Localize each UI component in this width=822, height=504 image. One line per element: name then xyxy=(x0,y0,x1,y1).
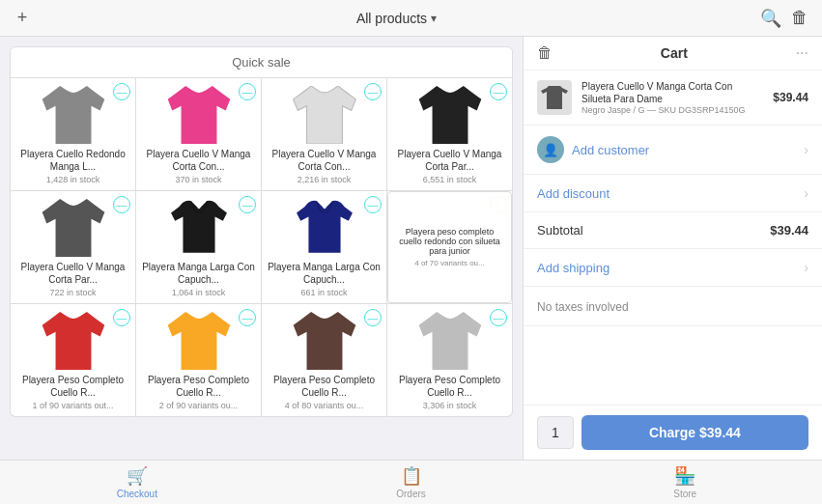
taxes-label: No taxes involved xyxy=(537,300,629,314)
product-stock: 1 of 90 variants out... xyxy=(32,401,113,410)
checkout-nav-label: Checkout xyxy=(117,489,157,499)
product-name: Playera Peso Completo Cuello R... xyxy=(16,374,129,399)
nav-item-orders[interactable]: 📋 Orders xyxy=(274,466,549,498)
product-badge: — xyxy=(364,83,382,100)
top-bar-right: 🔍 🗑 xyxy=(760,8,810,29)
store-nav-icon: 🏪 xyxy=(674,465,695,487)
product-stock: 370 in stock xyxy=(175,175,221,184)
product-badge: — xyxy=(113,196,130,213)
product-card[interactable]: — Playera Manga Larga Con Capuch... 661 … xyxy=(262,191,386,303)
product-card[interactable]: ! Playera peso completo cuello redondo c… xyxy=(387,191,512,303)
product-image xyxy=(416,312,484,370)
cart-trash-btn[interactable]: 🗑 xyxy=(537,44,553,62)
top-bar: + All products ▾ 🔍 🗑 xyxy=(0,0,822,37)
cart-trash-icon[interactable]: 🗑 xyxy=(789,8,810,29)
chevron-down-icon[interactable]: ▾ xyxy=(431,12,437,25)
products-grid: — Playera Cuello Redondo Manga L... 1,42… xyxy=(10,78,513,417)
add-customer-chevron: › xyxy=(804,142,808,157)
quick-sale-header: Quick sale xyxy=(10,46,513,78)
add-discount-chevron: › xyxy=(804,185,808,201)
product-stock: 722 in stock xyxy=(49,288,96,297)
product-name: Playera Peso Completo Cuello R... xyxy=(393,374,506,399)
product-badge: — xyxy=(239,309,256,326)
store-nav-label: Store xyxy=(673,489,696,499)
product-image xyxy=(291,86,358,144)
product-name: Playera Manga Larga Con Capuch... xyxy=(142,261,255,286)
cart-quantity[interactable]: 1 xyxy=(537,416,574,449)
add-discount-row[interactable]: Add discount › xyxy=(524,175,822,212)
cart-item-price: $39.44 xyxy=(773,91,808,104)
product-card[interactable]: — Playera Cuello Redondo Manga L... 1,42… xyxy=(11,78,135,190)
product-badge: — xyxy=(113,83,130,100)
subtotal-row: Subtotal $39.44 xyxy=(524,212,822,249)
add-shipping-row[interactable]: Add shipping › xyxy=(524,249,822,287)
product-stock: 1,064 in stock xyxy=(172,288,226,297)
popup-name: Playera peso completo cuello redondo con… xyxy=(394,227,505,256)
cart-item-thumbnail xyxy=(537,80,572,115)
cart-item: Playera Cuello V Manga Corta Con Silueta… xyxy=(524,70,822,126)
product-name: Playera Peso Completo Cuello R... xyxy=(268,374,381,399)
cart-item-info: Playera Cuello V Manga Corta Con Silueta… xyxy=(581,80,763,115)
product-badge: — xyxy=(239,83,256,100)
cart-header: 🗑 Cart ··· xyxy=(524,37,822,70)
bottom-nav: 🛒 Checkout 📋 Orders 🏪 Store xyxy=(0,460,822,504)
cart-item-sku: Negro Jaspe / G — SKU DG3SRP14150G xyxy=(581,105,763,115)
product-card[interactable]: — Playera Cuello V Manga Corta Par... 6,… xyxy=(387,78,512,190)
product-card[interactable]: — Playera Cuello V Manga Corta Con... 2,… xyxy=(262,78,386,190)
cart-item-name: Playera Cuello V Manga Corta Con Silueta… xyxy=(581,80,763,105)
product-stock: 3,306 in stock xyxy=(423,401,477,410)
add-customer-label: Add customer xyxy=(572,143,649,157)
product-badge: — xyxy=(490,309,507,326)
add-shipping-chevron: › xyxy=(804,260,808,275)
checkout-nav-icon: 🛒 xyxy=(127,465,148,487)
product-name: Playera Cuello V Manga Corta Par... xyxy=(393,148,506,173)
product-card[interactable]: — Playera Peso Completo Cuello R... 3,30… xyxy=(387,304,512,416)
charge-button[interactable]: Charge $39.44 xyxy=(581,415,808,450)
product-popup: Playera peso completo cuello redondo con… xyxy=(387,191,512,303)
product-image xyxy=(291,312,358,370)
products-title: All products xyxy=(356,11,427,26)
cart-more-btn[interactable]: ··· xyxy=(796,44,808,62)
product-stock: 2 of 90 variants ou... xyxy=(159,401,239,410)
product-image xyxy=(291,199,358,257)
product-image xyxy=(40,199,107,257)
taxes-row: No taxes involved xyxy=(524,287,822,326)
popup-variants: 4 of 70 variants ou... xyxy=(414,259,485,267)
orders-nav-icon: 📋 xyxy=(401,465,422,487)
orders-nav-label: Orders xyxy=(396,489,426,499)
nav-item-store[interactable]: 🏪 Store xyxy=(548,466,822,498)
left-panel: Quick sale — Playera Cuello Redondo Mang… xyxy=(0,37,523,460)
add-customer-icon: 👤 xyxy=(537,136,564,163)
subtotal-value: $39.44 xyxy=(770,223,808,238)
subtotal-label: Subtotal xyxy=(537,223,583,238)
quick-sale-label: Quick sale xyxy=(232,55,291,70)
product-stock: 661 in stock xyxy=(300,288,347,297)
search-icon[interactable]: 🔍 xyxy=(760,8,781,29)
product-badge: — xyxy=(113,309,130,326)
product-name: Playera Cuello V Manga Corta Con... xyxy=(268,148,381,173)
product-card[interactable]: — Playera Peso Completo Cuello R... 2 of… xyxy=(136,304,261,416)
add-shipping-label: Add shipping xyxy=(537,261,609,275)
nav-item-checkout[interactable]: 🛒 Checkout xyxy=(0,466,274,498)
product-name: Playera Cuello V Manga Corta Con... xyxy=(142,148,255,173)
add-icon[interactable]: + xyxy=(12,8,33,29)
product-name: Playera Manga Larga Con Capuch... xyxy=(268,261,381,286)
product-card[interactable]: — Playera Cuello V Manga Corta Con... 37… xyxy=(136,78,261,190)
product-image xyxy=(40,86,107,144)
product-name: Playera Cuello Redondo Manga L... xyxy=(16,148,129,173)
product-card[interactable]: — Playera Cuello V Manga Corta Par... 72… xyxy=(11,191,135,303)
cart-title: Cart xyxy=(553,45,796,61)
product-image xyxy=(165,199,233,257)
product-stock: 6,551 in stock xyxy=(423,175,477,184)
product-image xyxy=(165,312,233,370)
add-customer-row[interactable]: 👤 Add customer › xyxy=(524,126,822,175)
add-discount-label: Add discount xyxy=(537,186,609,201)
product-badge: — xyxy=(364,196,382,213)
product-card[interactable]: — Playera Manga Larga Con Capuch... 1,06… xyxy=(136,191,261,303)
product-card[interactable]: — Playera Peso Completo Cuello R... 1 of… xyxy=(11,304,135,416)
main-content: Quick sale — Playera Cuello Redondo Mang… xyxy=(0,37,822,460)
product-card[interactable]: — Playera Peso Completo Cuello R... 4 of… xyxy=(262,304,386,416)
top-bar-center: All products ▾ xyxy=(356,11,437,26)
product-badge: — xyxy=(239,196,256,213)
cart-footer: 1 Charge $39.44 xyxy=(524,405,822,460)
